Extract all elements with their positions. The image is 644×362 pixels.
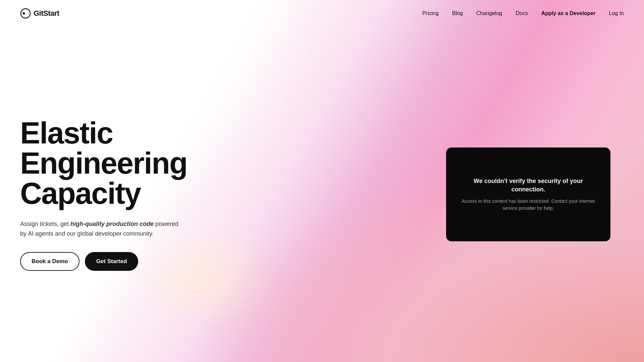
nav-pricing[interactable]: Pricing bbox=[422, 10, 439, 16]
main-nav: Pricing Blog Changelog Docs Apply as a D… bbox=[422, 10, 624, 16]
nav-docs[interactable]: Docs bbox=[516, 10, 528, 16]
get-started-button[interactable]: Get Started bbox=[85, 252, 139, 271]
hero-description: Assign tickets, get high-quality product… bbox=[20, 219, 181, 239]
hero-desc-bold: high-quality production code bbox=[70, 221, 154, 227]
nav-changelog[interactable]: Changelog bbox=[476, 10, 502, 16]
nav-apply-developer[interactable]: Apply as a Developer bbox=[541, 10, 596, 16]
logo[interactable]: GitStart bbox=[20, 8, 59, 19]
nav-login[interactable]: Log In bbox=[609, 10, 624, 16]
hero-desc-plain-start: Assign tickets, get bbox=[20, 221, 70, 227]
logo-text: GitStart bbox=[34, 9, 59, 18]
logo-icon bbox=[20, 8, 31, 19]
book-demo-button[interactable]: Book a Demo bbox=[20, 252, 79, 271]
embed-error-subtitle: Access to this content has been restrict… bbox=[460, 198, 597, 212]
nav-blog[interactable]: Blog bbox=[452, 10, 463, 16]
cta-buttons: Book a Demo Get Started bbox=[20, 252, 187, 271]
embed-card: We couldn't verify the security of your … bbox=[446, 147, 610, 241]
header: GitStart Pricing Blog Changelog Docs App… bbox=[0, 0, 644, 27]
hero-left: Elastic Engineering Capacity Assign tick… bbox=[20, 118, 187, 271]
hero-title-line3: Capacity bbox=[20, 177, 141, 210]
hero-right: We couldn't verify the security of your … bbox=[446, 147, 610, 241]
hero-title: Elastic Engineering Capacity bbox=[20, 118, 187, 208]
embed-error-title: We couldn't verify the security of your … bbox=[460, 177, 597, 194]
svg-point-0 bbox=[21, 9, 30, 18]
svg-point-1 bbox=[23, 12, 25, 15]
main-content: Elastic Engineering Capacity Assign tick… bbox=[0, 27, 644, 362]
hero-title-line1: Elastic bbox=[20, 116, 113, 150]
hero-title-line2: Engineering bbox=[20, 146, 187, 180]
